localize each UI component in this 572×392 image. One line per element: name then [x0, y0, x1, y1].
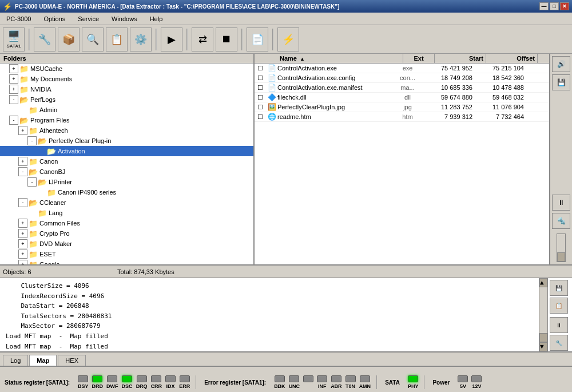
tree-item-admin[interactable]: 📁 Admin	[0, 105, 253, 115]
file-checkbox[interactable]: ☐	[255, 113, 266, 121]
expander-cryptopro[interactable]: +	[18, 229, 27, 238]
tree-item-ijprinter[interactable]: - 📂 IJPrinter	[0, 177, 253, 187]
col-header-ext[interactable]: Ext	[403, 54, 435, 63]
info-btn-4[interactable]: 🔧	[550, 335, 568, 351]
menu-pc3000[interactable]: PC-3000	[3, 14, 34, 23]
expander-google[interactable]: +	[18, 260, 27, 264]
tree-item-programfiles[interactable]: - 📂 Program Files	[0, 115, 253, 125]
close-button[interactable]: ✕	[560, 2, 569, 10]
tree-item-canonip4900[interactable]: 📁 Canon iP4900 series	[0, 187, 253, 197]
file-name: ControlActivation.exe.manifest	[277, 84, 392, 91]
tree-item-google[interactable]: + 📁 Google	[0, 259, 253, 264]
vertical-scrollbar[interactable]	[557, 233, 566, 262]
tree-item-athentech[interactable]: + 📁 Athentech	[0, 125, 253, 136]
file-checkbox[interactable]: ☐	[255, 84, 266, 92]
files-list[interactable]: ☐ 📄 ControlActivation.exe exe 75 421 952…	[255, 64, 549, 264]
tree-item-canonbj[interactable]: - 📂 CanonBJ	[0, 167, 253, 177]
file-row[interactable]: ☐ 🌐 readme.htm htm 7 939 312 7 732 464	[255, 112, 549, 122]
tree-item-activation[interactable]: 📂 Activation	[0, 146, 253, 156]
total-size: Total: 874,33 Kbytes	[117, 268, 174, 275]
col-header-offset[interactable]: Offset	[486, 54, 538, 63]
file-row[interactable]: ☐ 🔷 filechck.dll dll 59 674 880 59 468 0…	[255, 93, 549, 102]
col-header-name[interactable]: Name ▲	[277, 54, 403, 63]
error-reg-title: Error register [SATA1]:	[204, 379, 266, 386]
info-btn-1[interactable]: 💾	[550, 280, 568, 296]
tree-item-commonfiles[interactable]: + 📁 Common Files	[0, 218, 253, 228]
forward-button[interactable]: ▶	[161, 27, 182, 52]
scrollbar-thumb-info[interactable]	[539, 333, 547, 342]
file-checkbox[interactable]: ☐	[255, 104, 266, 111]
file-checkbox[interactable]: ☐	[255, 74, 266, 82]
menu-options[interactable]: Options	[40, 14, 69, 23]
sidebar-save-btn[interactable]: 💾	[552, 74, 570, 90]
folders-tree[interactable]: + 📁 MSUCache + 📁 My Documents + 📁 NVIDIA	[0, 64, 253, 264]
expander-perfectlyclear[interactable]: -	[27, 136, 37, 145]
file-checkbox[interactable]: ☐	[255, 94, 266, 101]
led-crr-label: CRR	[151, 383, 162, 389]
copy-button[interactable]: 📄	[247, 27, 268, 52]
tab-map[interactable]: Map	[29, 355, 57, 366]
dll-icon: 🔷	[266, 93, 277, 101]
col-header-start[interactable]: Start	[435, 54, 486, 63]
sidebar-pause-btn[interactable]: ⏸	[552, 195, 570, 211]
search-button[interactable]: 🔍	[82, 27, 104, 52]
file-checkbox[interactable]: ☐	[255, 65, 266, 72]
maximize-button[interactable]: □	[550, 2, 559, 10]
file-row[interactable]: ☐ 📄 ControlActivation.exe.manifest ma...…	[255, 83, 549, 93]
expander-mydocs[interactable]: +	[9, 74, 18, 84]
settings-button[interactable]: ⚙️	[130, 27, 152, 52]
expander-ccleaner[interactable]: -	[18, 198, 27, 207]
file-row[interactable]: ☐ 🖼️ PerfectlyClearPlugIn.jpg jpg 11 283…	[255, 102, 549, 112]
tree-item-mydocs[interactable]: + 📁 My Documents	[0, 74, 253, 84]
tree-item-cryptopro[interactable]: + 📁 Crypto Pro	[0, 228, 253, 239]
menu-windows[interactable]: Windows	[108, 14, 141, 23]
tree-item-msucache[interactable]: + 📁 MSUCache	[0, 64, 253, 74]
tab-hex[interactable]: HEX	[58, 355, 86, 366]
scrollbar-up-arrow[interactable]: ▲	[539, 278, 547, 287]
sidebar-volume-btn[interactable]: 🔊	[552, 56, 570, 72]
tab-log[interactable]: Log	[3, 355, 28, 366]
tools-button[interactable]: 🔧	[34, 27, 55, 52]
info-btn-3[interactable]: ⏸	[550, 317, 568, 333]
expander-programfiles[interactable]: -	[9, 116, 18, 125]
expander-perflogs[interactable]: -	[9, 95, 18, 104]
list-button[interactable]: 📋	[106, 27, 128, 52]
info-right-btns: 💾 📋 ⏸ 🔧	[548, 278, 572, 353]
info-scrollbar[interactable]: ▲ ▼	[539, 278, 548, 351]
sidebar-tool-btn[interactable]: 🔩	[552, 213, 570, 229]
menu-service[interactable]: Service	[74, 14, 102, 23]
expander-dvdmaker[interactable]: +	[18, 239, 27, 248]
tree-item-perfectlyclear[interactable]: - 📂 Perfectly Clear Plug-in	[0, 136, 253, 146]
tree-item-ccleaner[interactable]: - 📂 CCleaner	[0, 197, 253, 208]
tree-item-dvdmaker[interactable]: + 📁 DVD Maker	[0, 239, 253, 249]
tree-item-nvidia[interactable]: + 📁 NVIDIA	[0, 84, 253, 94]
package-button[interactable]: 📦	[58, 27, 80, 52]
expander-canonbj[interactable]: -	[18, 167, 27, 176]
menu-help[interactable]: Help	[146, 14, 166, 23]
toolbar-separator-4	[241, 29, 243, 50]
expander-commonfiles[interactable]: +	[18, 219, 27, 228]
expander-ijprinter[interactable]: -	[27, 177, 37, 187]
scrollbar-thumb[interactable]	[557, 252, 565, 262]
flash-button[interactable]: ⚡	[277, 27, 299, 52]
expander-athentech[interactable]: +	[18, 126, 27, 135]
info-btn-2[interactable]: 📋	[550, 298, 568, 314]
stop-button[interactable]: ⏹	[216, 27, 237, 52]
sata1-button[interactable]: 🖥️ SATA1	[3, 27, 25, 52]
expander-msucache[interactable]: +	[9, 64, 18, 73]
transfer-button[interactable]: ⇄	[192, 27, 213, 52]
expander-nvidia[interactable]: +	[9, 85, 18, 94]
tree-item-eset[interactable]: + 📁 ESET	[0, 249, 253, 259]
tree-item-canon[interactable]: + 📁 Canon	[0, 156, 253, 167]
folder-icon: 📂	[38, 178, 47, 187]
tree-item-perflogs[interactable]: - 📂 PerfLogs	[0, 94, 253, 105]
expander-eset[interactable]: +	[18, 250, 27, 259]
led-abr-light	[331, 375, 341, 382]
scrollbar-down-arrow[interactable]: ▼	[539, 342, 547, 351]
tree-item-lang[interactable]: 📁 Lang	[0, 208, 253, 218]
file-row[interactable]: ☐ 📄 ControlActivation.exe exe 75 421 952…	[255, 64, 549, 73]
expander-canon[interactable]: +	[18, 157, 27, 166]
minimize-button[interactable]: —	[539, 2, 549, 10]
window-controls[interactable]: — □ ✕	[539, 2, 569, 10]
file-row[interactable]: ☐ 📄 ControlActivation.exe.config con... …	[255, 73, 549, 83]
